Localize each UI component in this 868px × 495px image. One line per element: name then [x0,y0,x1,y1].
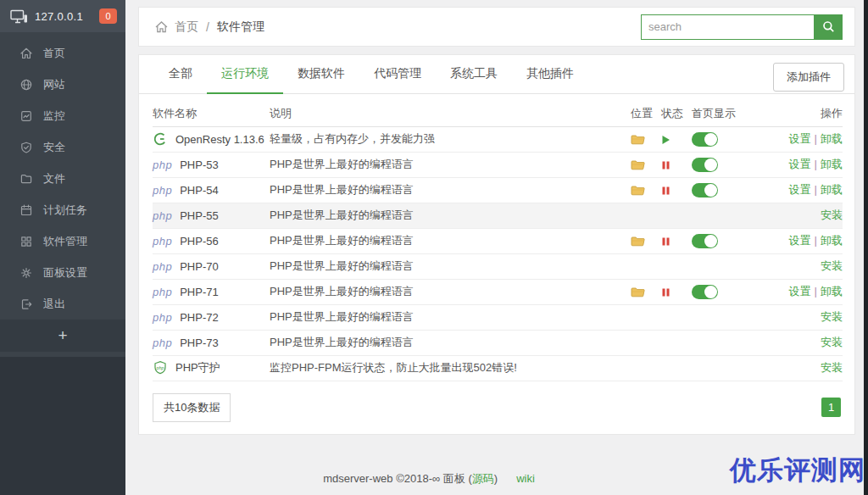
software-description: PHP是世界上最好的编程语言 [270,152,631,177]
uninstall-link[interactable]: 卸载 [821,158,843,170]
sidebar-item-label: 网站 [43,77,65,92]
server-icon [10,9,28,24]
uninstall-link[interactable]: 卸载 [821,132,843,145]
sidebar-item-files[interactable]: 文件 [0,163,125,194]
sidebar-item-monitor[interactable]: 监控 [0,100,125,131]
table-row: phpPHP-54PHP是世界上最好的编程语言设置|卸载 [153,177,843,203]
tab-code[interactable]: 代码管理 [359,66,436,94]
svg-text:php: php [155,365,164,370]
tab-env[interactable]: 运行环境 [207,66,283,94]
uninstall-link[interactable]: 卸载 [821,183,843,196]
table-row: phpPHP-71PHP是世界上最好的编程语言设置|卸载 [153,279,843,304]
sidebar-item-label: 监控 [43,108,65,124]
category-tabs: 全部运行环境数据软件代码管理系统工具其他插件添加插件 [139,55,854,94]
home-display-toggle[interactable] [692,234,718,248]
settings-link[interactable]: 设置 [789,234,811,247]
notification-badge[interactable]: 0 [99,8,117,24]
install-link[interactable]: 安装 [821,209,843,221]
security-icon [19,141,33,154]
search-input[interactable] [641,14,814,40]
uninstall-link[interactable]: 卸载 [821,285,843,298]
software-name: PHP-54 [180,184,219,197]
software-name: PHP-53 [180,159,219,171]
sidebar-item-security[interactable]: 安全 [0,131,125,163]
software-name: PHP-73 [180,336,219,349]
sidebar-filler [0,357,125,495]
search-icon [821,19,836,34]
wiki-link[interactable]: wiki [516,472,535,485]
home-display-toggle[interactable] [692,285,718,299]
tab-system[interactable]: 系统工具 [436,66,512,94]
install-link[interactable]: 安装 [821,259,843,272]
home-icon [154,20,169,34]
status-stopped-icon[interactable] [661,160,670,170]
status-stopped-icon[interactable] [661,186,670,196]
column-header: 说明 [270,101,631,126]
location-folder-icon[interactable] [631,236,645,248]
settings-link[interactable]: 设置 [789,158,811,170]
location-folder-icon[interactable] [631,286,645,298]
table-body: OpenResty 1.13.6轻量级，占有内存少，并发能力强设置|卸载phpP… [153,126,843,381]
software-name: PHP-70 [180,260,219,273]
tab-all[interactable]: 全部 [154,66,207,94]
search-box [641,14,843,40]
software-name: PHP守护 [175,360,220,375]
settings-link[interactable]: 设置 [789,132,811,145]
breadcrumb-separator: / [206,20,209,34]
sidebar-item-site[interactable]: 网站 [0,69,125,100]
install-link[interactable]: 安装 [821,361,843,374]
sidebar-item-label: 首页 [43,46,65,61]
sidebar-item-label: 文件 [43,171,65,186]
pagination-page-1[interactable]: 1 [821,398,841,417]
php-icon: php [153,260,172,273]
footer-text-suffix: ) [494,472,498,485]
software-description: PHP是世界上最好的编程语言 [270,279,631,304]
software-name: PHP-72 [180,311,219,324]
table-row: phpPHP-70PHP是世界上最好的编程语言安装 [153,253,843,279]
software-description: PHP是世界上最好的编程语言 [270,304,631,330]
home-display-toggle[interactable] [692,132,718,147]
status-stopped-icon[interactable] [661,287,670,298]
sidebar-item-cron[interactable]: 计划任务 [0,194,125,225]
sidebar-item-panel[interactable]: 面板设置 [0,257,125,288]
sidebar-item-soft[interactable]: 软件管理 [0,225,125,257]
sidebar-item-home[interactable]: 首页 [0,37,125,69]
tab-other[interactable]: 其他插件 [512,66,588,94]
tab-database[interactable]: 数据软件 [283,66,359,94]
panel-icon [19,266,33,280]
status-stopped-icon[interactable] [661,236,670,247]
home-display-toggle[interactable] [692,183,718,197]
action-separator: | [815,285,817,298]
main-area: 首页 / 软件管理 全部运行环境数据软件代码管理系统工具其他插件添加插件 软件名… [125,0,868,495]
settings-link[interactable]: 设置 [789,183,811,196]
software-name: PHP-71 [180,286,219,298]
software-description: 监控PHP-FPM运行状态，防止大批量出现502错误! [270,355,631,381]
search-button[interactable] [814,14,843,40]
sidebar-header: 127.0.0.1 0 [0,0,125,32]
soft-icon [19,235,33,248]
add-plugin-button[interactable]: 添加插件 [773,63,844,92]
breadcrumb-home[interactable]: 首页 [175,19,198,35]
column-header: 位置 [631,101,661,126]
software-description: PHP是世界上最好的编程语言 [270,228,631,253]
top-bar: 首页 / 软件管理 [138,7,855,47]
location-folder-icon[interactable] [631,134,645,146]
uninstall-link[interactable]: 卸载 [821,234,843,247]
table-row: phpPHP守护监控PHP-FPM运行状态，防止大批量出现502错误!安装 [153,355,843,381]
files-icon [19,172,33,186]
source-link[interactable]: 源码 [472,472,494,485]
location-folder-icon[interactable] [631,185,645,197]
home-display-toggle[interactable] [692,158,718,172]
scrollbar[interactable] [864,0,868,495]
location-folder-icon[interactable] [631,159,645,171]
table-header: 软件名称说明位置状态首页显示操作 [153,101,843,126]
openresty-icon [153,131,168,147]
status-running-icon[interactable] [661,135,670,145]
table-row: phpPHP-73PHP是世界上最好的编程语言安装 [153,330,843,355]
settings-link[interactable]: 设置 [789,285,811,298]
install-link[interactable]: 安装 [821,336,843,348]
sidebar: 127.0.0.1 0 首页网站监控安全文件计划任务软件管理面板设置退出 + [0,0,125,495]
sidebar-add-button[interactable]: + [0,320,125,352]
install-link[interactable]: 安装 [821,310,843,323]
sidebar-item-logout[interactable]: 退出 [0,288,125,320]
